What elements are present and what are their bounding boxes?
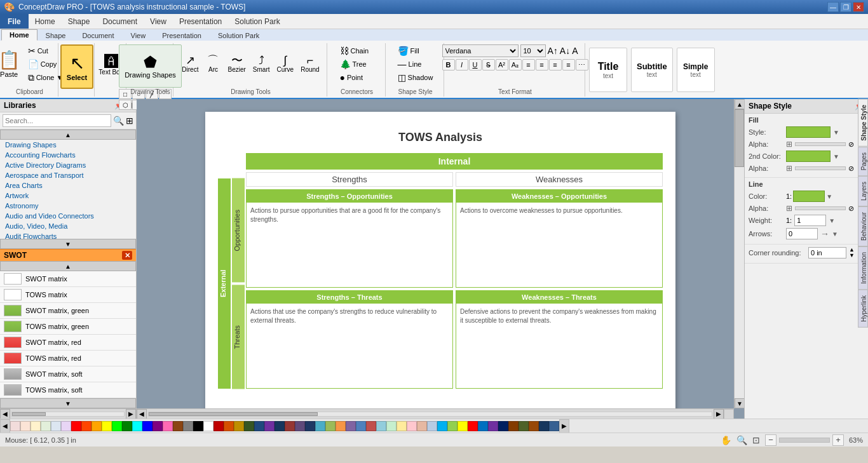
strikethrough-button[interactable]: S̶ [482, 59, 495, 70]
direct-button[interactable]: ↗ Direct [179, 44, 201, 83]
font-color-btn[interactable]: A [572, 46, 578, 56]
hscroll-track[interactable] [148, 412, 712, 417]
line-alpha-slider[interactable] [795, 206, 846, 210]
lib-item-drawing-shapes[interactable]: Drawing Shapes [0, 140, 136, 150]
line-ribbon-button[interactable]: — Line [396, 58, 434, 70]
palette-color-43[interactable] [447, 421, 458, 431]
palette-color-10[interactable] [112, 421, 122, 431]
tab-shape[interactable]: Shape [37, 30, 74, 41]
palette-color-27[interactable] [285, 421, 295, 431]
fill-button[interactable]: 🪣 Fill [396, 44, 434, 57]
tab-solution-park[interactable]: Solution Park [210, 30, 268, 41]
simple-text-preset[interactable]: Simple text [677, 48, 715, 92]
palette-color-51[interactable] [529, 421, 539, 431]
bezier-button[interactable]: 〜 Bezier [225, 44, 248, 83]
vtab-shape-style[interactable]: Shape Style [858, 99, 868, 147]
palette-color-39[interactable] [407, 421, 417, 431]
lib-item-aerospace[interactable]: Aerospace and Transport [0, 170, 136, 180]
fill-2nd-color-btn[interactable] [786, 151, 831, 162]
palette-color-36[interactable] [376, 421, 386, 431]
palette-color-37[interactable] [386, 421, 397, 431]
palette-color-0[interactable] [10, 421, 20, 431]
solution-park-menu[interactable]: Solution Park [228, 15, 286, 28]
palette-color-53[interactable] [549, 421, 559, 431]
palette-color-6[interactable] [71, 421, 81, 431]
palette-color-41[interactable] [427, 421, 437, 431]
round-button[interactable]: ⌐ Round [298, 44, 322, 83]
fit-page-icon[interactable]: ⊡ [752, 435, 760, 445]
palette-color-29[interactable] [305, 421, 315, 431]
palette-color-20[interactable] [214, 421, 224, 431]
tab-presentation[interactable]: Presentation [154, 30, 210, 41]
palette-color-25[interactable] [264, 421, 275, 431]
align-center-btn[interactable]: ≡ [536, 59, 548, 70]
palette-color-5[interactable] [61, 421, 71, 431]
lib-item-active-directory[interactable]: Active Directory Diagrams [0, 160, 136, 170]
palette-color-31[interactable] [325, 421, 336, 431]
fill-2nd-alpha-reset[interactable]: ⊘ [848, 164, 854, 173]
font-size-select[interactable]: 10 [520, 44, 546, 57]
bold-button[interactable]: B [442, 59, 455, 70]
vtab-information[interactable]: Information [858, 246, 868, 290]
palette-color-9[interactable] [102, 421, 112, 431]
line-alpha-reset[interactable]: ⊘ [848, 205, 854, 213]
lib-scroll-down[interactable]: ▼ [0, 239, 136, 249]
swot-item-3[interactable]: TOWS matrix, green [0, 319, 136, 335]
subtitle-text-preset[interactable]: Subtitle text [631, 48, 673, 92]
palette-color-4[interactable] [51, 421, 61, 431]
title-text-preset[interactable]: Title text [589, 48, 627, 92]
smart-button[interactable]: ⤴ Smart [250, 44, 273, 83]
presentation-menu[interactable]: Presentation [173, 15, 228, 28]
swot-hscroll[interactable]: ◀ ▶ [0, 408, 136, 419]
tree-button[interactable]: 🌲 Tree [338, 58, 376, 70]
font-family-select[interactable]: Verdana [442, 44, 519, 57]
fill-style-color-btn[interactable] [786, 126, 831, 138]
palette-color-2[interactable] [31, 421, 41, 431]
palette-color-21[interactable] [224, 421, 234, 431]
swot-item-0[interactable]: SWOT matrix [0, 271, 136, 287]
hscroll-thumb[interactable] [149, 412, 318, 416]
palette-color-30[interactable] [315, 421, 325, 431]
arrows-dropdown[interactable]: ▼ [832, 231, 838, 238]
align-left-btn[interactable]: ≡ [522, 59, 535, 70]
canvas-vscrollbar[interactable]: ▲ ▼ [734, 99, 744, 408]
view-menu[interactable]: View [144, 15, 173, 28]
fill-alpha-reset[interactable]: ⊘ [848, 140, 854, 149]
palette-color-47[interactable] [488, 421, 498, 431]
lib-scroll-up[interactable]: ▲ [0, 130, 136, 140]
shape-rect[interactable]: □ [119, 89, 132, 99]
swot-item-2[interactable]: SWOT matrix, green [0, 303, 136, 319]
line-weight-input[interactable] [794, 215, 826, 226]
more-format-btn[interactable]: ⋯ [576, 59, 588, 70]
fill-style-dropdown[interactable]: ▼ [833, 129, 839, 136]
palette-color-23[interactable] [244, 421, 254, 431]
lib-item-artwork[interactable]: Artwork [0, 191, 136, 201]
palette-color-38[interactable] [397, 421, 407, 431]
swot-hscroll-thumb[interactable] [12, 412, 46, 416]
fill-2nd-alpha-slider[interactable] [795, 166, 846, 170]
line-color-dropdown[interactable]: ▼ [826, 193, 832, 200]
swot-scroll-up[interactable]: ▲ [0, 261, 136, 271]
palette-color-16[interactable] [173, 421, 183, 431]
tab-document[interactable]: Document [74, 30, 122, 41]
swot-hscroll-track[interactable] [11, 412, 125, 417]
fill-2nd-dropdown[interactable]: ▼ [833, 153, 839, 160]
lib-item-area-charts[interactable]: Area Charts [0, 180, 136, 191]
vscroll-down[interactable]: ▼ [735, 398, 744, 408]
hscroll-left[interactable]: ◀ [137, 409, 147, 419]
zoom-in-btn[interactable]: + [832, 434, 844, 446]
palette-color-1[interactable] [20, 421, 31, 431]
palette-color-13[interactable] [142, 421, 153, 431]
palette-color-22[interactable] [234, 421, 244, 431]
palette-color-34[interactable] [356, 421, 366, 431]
vtab-behaviour[interactable]: Behaviour [858, 206, 868, 246]
curve-button[interactable]: ∫ Curve [275, 44, 297, 83]
zoom-slider[interactable] [779, 438, 830, 443]
chain-button[interactable]: ⛓ Chain [338, 44, 376, 57]
font-shrink-btn[interactable]: A↓ [560, 46, 570, 56]
swot-hscroll-left[interactable]: ◀ [0, 409, 10, 419]
palette-color-35[interactable] [366, 421, 376, 431]
palette-color-11[interactable] [122, 421, 132, 431]
palette-color-15[interactable] [163, 421, 173, 431]
lib-item-audit[interactable]: Audit Flowcharts [0, 231, 136, 239]
